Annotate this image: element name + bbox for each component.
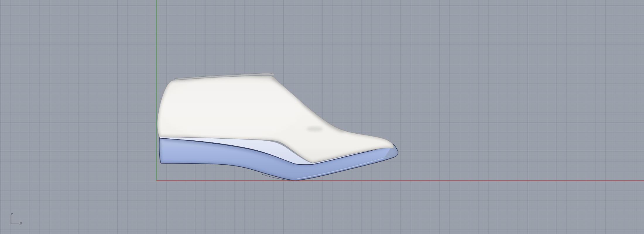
vamp-dimple-shading: [306, 127, 323, 131]
upper-highlight: [161, 76, 302, 140]
z-axis-label: z: [11, 212, 13, 216]
cad-viewport[interactable]: z y: [0, 0, 644, 234]
grid-major-lines: [0, 0, 644, 234]
y-axis-label: y: [20, 221, 22, 225]
